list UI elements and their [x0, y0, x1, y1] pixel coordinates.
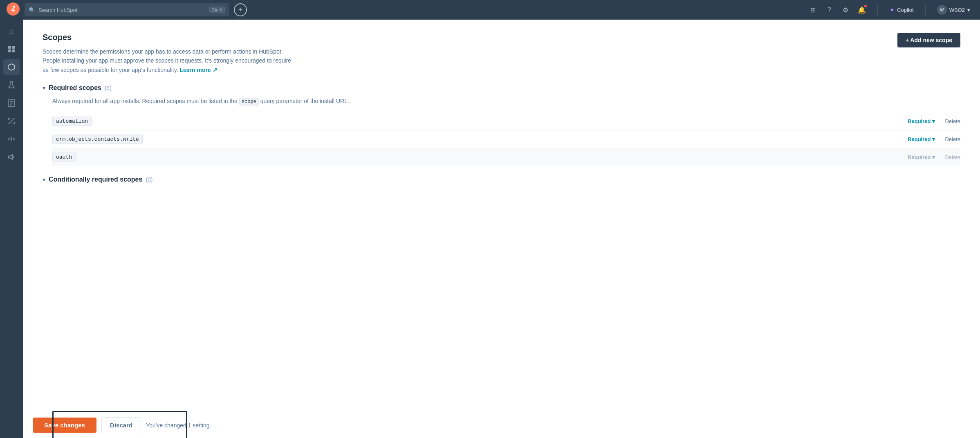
required-chevron-icon: ▾ — [43, 85, 45, 91]
scope-type-required-crm-contacts[interactable]: Required ▾ — [908, 136, 935, 142]
copilot-label: Copilot — [897, 7, 913, 13]
scope-param-code: scope — [239, 98, 259, 106]
required-scopes-description: Always required for all app installs. Re… — [43, 97, 960, 106]
scope-delete-crm-contacts[interactable]: Delete — [945, 136, 960, 142]
svg-rect-3 — [8, 49, 11, 52]
svg-rect-4 — [12, 49, 15, 52]
scope-actions-automation: Required ▾ Delete — [908, 118, 960, 124]
help-icon-button[interactable]: ? — [822, 2, 836, 17]
scope-row-oauth: oauth Required ▾ Delete — [52, 148, 960, 166]
svg-rect-1 — [8, 46, 11, 49]
conditionally-scopes-header[interactable]: ▾ Conditionally required scopes (0) — [43, 176, 960, 183]
nav-divider-2 — [925, 5, 926, 15]
copilot-button[interactable]: ✦ Copilot — [886, 4, 917, 16]
main-panel: Scopes Scopes determine the permissions … — [23, 20, 980, 412]
scopes-description: Scopes determine the permissions your ap… — [43, 47, 296, 74]
scope-name-automation: automation — [52, 117, 92, 126]
required-scopes-header[interactable]: ▾ Required scopes (3) — [43, 84, 960, 92]
marketplace-icon-button[interactable]: ⊞ — [805, 2, 820, 17]
change-notice: You've changed 1 setting. — [146, 422, 211, 429]
scope-delete-oauth: Delete — [945, 154, 960, 160]
user-dropdown-icon: ▾ — [967, 7, 970, 13]
sidebar-item-marketing[interactable] — [3, 149, 20, 165]
sidebar-item-developer[interactable] — [3, 131, 20, 147]
save-changes-button[interactable]: Save changes — [33, 418, 96, 433]
required-scopes-count: (3) — [105, 85, 112, 91]
nav-divider — [877, 5, 878, 15]
required-scopes-list: automation Required ▾ Delete crm.objects… — [43, 112, 960, 166]
search-icon: 🔍 — [29, 7, 35, 13]
scope-row-automation: automation Required ▾ Delete — [52, 112, 960, 130]
copilot-star-icon: ✦ — [889, 6, 895, 14]
bottom-bar: Save changes Discard You've changed 1 se… — [23, 412, 980, 438]
scope-type-dropdown-icon-automation: ▾ — [932, 118, 935, 124]
scope-type-required-oauth: Required ▾ — [908, 154, 935, 160]
scope-name-oauth: oauth — [52, 153, 76, 162]
sidebar-item-reports[interactable] — [3, 95, 20, 111]
search-bar[interactable]: 🔍 Search HubSpot Ctrl K — [25, 3, 229, 16]
sidebar-item-home[interactable]: ⌂ — [3, 23, 20, 39]
main-layout: ⌂ — [0, 20, 980, 438]
scopes-title: Scopes — [43, 33, 296, 42]
hubspot-logo[interactable] — [7, 2, 20, 17]
scopes-header-row: Scopes Scopes determine the permissions … — [43, 33, 960, 74]
content-area: Scopes Scopes determine the permissions … — [23, 20, 980, 438]
discard-button[interactable]: Discard — [101, 417, 141, 433]
conditional-scopes-count: (0) — [146, 176, 152, 183]
required-scopes-title: Required scopes — [49, 84, 101, 92]
user-label: WSO2 — [949, 7, 965, 13]
user-menu-button[interactable]: W WSO2 ▾ — [934, 3, 973, 16]
top-navigation: 🔍 Search HubSpot Ctrl K + ⊞ ? ⚙ 🔔 ✦ Copi… — [0, 0, 980, 20]
search-placeholder-text: Search HubSpot — [38, 7, 77, 13]
user-avatar: W — [937, 5, 947, 15]
sidebar-item-tools[interactable] — [3, 113, 20, 129]
external-link-icon: ↗ — [213, 65, 218, 74]
add-button[interactable]: + — [234, 3, 247, 16]
svg-rect-2 — [12, 46, 15, 49]
learn-more-link[interactable]: Learn more ↗ — [179, 65, 217, 74]
sidebar: ⌂ — [0, 20, 23, 438]
sidebar-item-labs[interactable] — [3, 77, 20, 93]
scope-delete-automation[interactable]: Delete — [945, 118, 960, 124]
scope-type-dropdown-icon-oauth: ▾ — [932, 154, 935, 160]
required-scopes-section: ▾ Required scopes (3) Always required fo… — [43, 84, 960, 166]
conditionally-required-scopes-section: ▾ Conditionally required scopes (0) — [43, 176, 960, 183]
scope-actions-oauth: Required ▾ Delete — [908, 154, 960, 160]
scope-actions-crm-contacts: Required ▾ Delete — [908, 136, 960, 142]
scope-type-dropdown-icon-crm-contacts: ▾ — [932, 136, 935, 142]
svg-line-9 — [11, 137, 12, 142]
notifications-icon-button[interactable]: 🔔 — [854, 2, 869, 17]
conditional-scopes-title: Conditionally required scopes — [49, 176, 142, 183]
scope-name-crm-contacts: crm.objects.contacts.write — [52, 135, 143, 144]
gear-icon: ⚙ — [843, 6, 848, 14]
notification-badge — [863, 4, 868, 8]
scope-row-crm-contacts: crm.objects.contacts.write Required ▾ De… — [52, 130, 960, 148]
settings-icon-button[interactable]: ⚙ — [838, 2, 853, 17]
help-icon: ? — [828, 6, 831, 13]
scope-type-required-automation[interactable]: Required ▾ — [908, 118, 935, 124]
marketplace-icon: ⊞ — [810, 6, 816, 14]
nav-icons: ⊞ ? ⚙ 🔔 — [805, 2, 869, 17]
sidebar-item-dashboard[interactable] — [3, 41, 20, 57]
conditional-chevron-icon: ▾ — [43, 176, 45, 183]
scopes-info: Scopes Scopes determine the permissions … — [43, 33, 296, 74]
sidebar-item-objects[interactable] — [3, 59, 20, 75]
add-new-scope-button[interactable]: + Add new scope — [897, 33, 960, 47]
search-shortcut: Ctrl K — [209, 7, 225, 13]
